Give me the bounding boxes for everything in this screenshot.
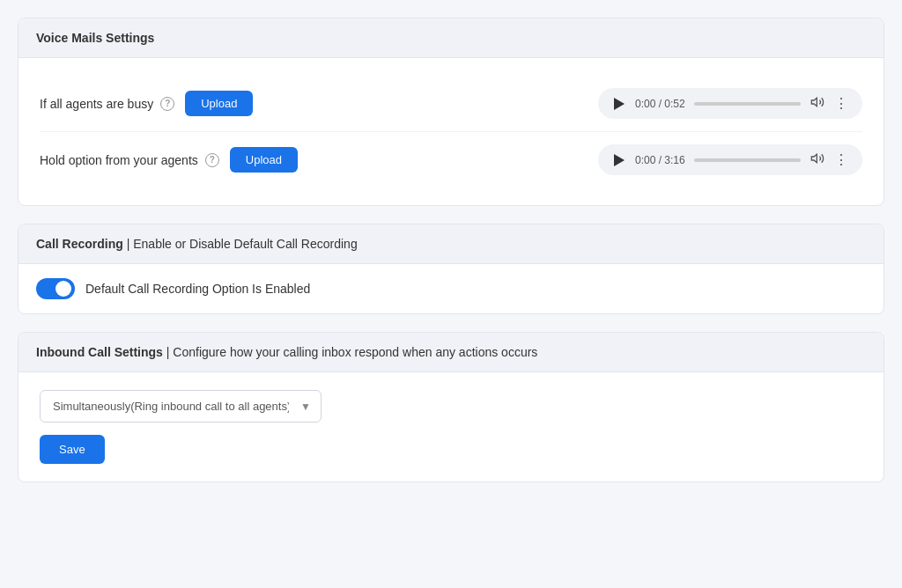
inbound-call-body: Simultaneously(Ring inbound call to all … xyxy=(18,372,884,481)
busy-agents-time: 0:00 / 0:52 xyxy=(635,98,685,110)
busy-agents-row: If all agents are busy ? Upload 0:00 / 0… xyxy=(40,76,862,131)
busy-agents-upload-button[interactable]: Upload xyxy=(185,91,253,116)
busy-agents-play-button[interactable] xyxy=(612,98,626,110)
hold-option-left: Hold option from your agents ? Upload xyxy=(40,147,298,173)
svg-marker-2 xyxy=(614,154,625,166)
voicemail-settings-body: If all agents are busy ? Upload 0:00 / 0… xyxy=(18,58,884,205)
call-recording-card: Call Recording | Enable or Disable Defau… xyxy=(18,224,884,314)
call-recording-title: Call Recording xyxy=(36,237,123,251)
inbound-call-dropdown[interactable]: Simultaneously(Ring inbound call to all … xyxy=(40,390,322,423)
voicemail-settings-title: Voice Mails Settings xyxy=(36,31,154,45)
inbound-call-title: Inbound Call Settings xyxy=(36,345,163,359)
busy-agents-left: If all agents are busy ? Upload xyxy=(40,91,253,116)
svg-marker-3 xyxy=(811,154,817,162)
busy-agents-more-icon[interactable]: ⋮ xyxy=(834,95,848,112)
inbound-call-card: Inbound Call Settings | Configure how yo… xyxy=(18,332,884,482)
busy-agents-volume-icon[interactable] xyxy=(810,95,825,112)
hold-option-time: 0:00 / 3:16 xyxy=(635,154,685,166)
hold-option-play-button[interactable] xyxy=(612,154,626,166)
hold-option-help-icon[interactable]: ? xyxy=(205,153,219,167)
call-recording-body: Default Call Recording Option Is Enabled xyxy=(18,264,884,313)
busy-agents-label: If all agents are busy ? xyxy=(40,97,174,111)
inbound-call-subtitle: Configure how your calling inbox respond… xyxy=(173,345,537,359)
inbound-call-select-wrapper: Simultaneously(Ring inbound call to all … xyxy=(40,390,322,423)
hold-option-upload-button[interactable]: Upload xyxy=(230,147,298,173)
call-recording-toggle[interactable] xyxy=(36,278,75,299)
save-button[interactable]: Save xyxy=(40,435,105,464)
hold-option-label: Hold option from your agents ? xyxy=(40,153,219,167)
inbound-call-header: Inbound Call Settings | Configure how yo… xyxy=(18,333,884,372)
hold-option-progress-bar[interactable] xyxy=(694,158,801,162)
svg-marker-0 xyxy=(614,98,625,110)
voicemail-settings-header: Voice Mails Settings xyxy=(18,18,884,58)
call-recording-slider xyxy=(36,278,75,299)
call-recording-label: Default Call Recording Option Is Enabled xyxy=(85,282,310,296)
hold-option-more-icon[interactable]: ⋮ xyxy=(834,151,848,168)
hold-option-row: Hold option from your agents ? Upload 0:… xyxy=(40,131,862,187)
busy-agents-audio-player: 0:00 / 0:52 ⋮ xyxy=(598,88,862,119)
hold-option-volume-icon[interactable] xyxy=(810,151,825,168)
svg-marker-1 xyxy=(811,98,817,106)
busy-agents-progress-bar[interactable] xyxy=(694,102,801,106)
busy-agents-help-icon[interactable]: ? xyxy=(160,97,174,111)
call-recording-header: Call Recording | Enable or Disable Defau… xyxy=(18,224,884,264)
voicemail-settings-card: Voice Mails Settings If all agents are b… xyxy=(18,18,884,206)
hold-option-audio-player: 0:00 / 3:16 ⋮ xyxy=(598,144,862,175)
